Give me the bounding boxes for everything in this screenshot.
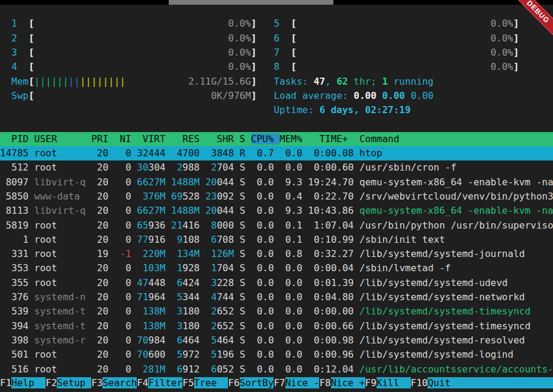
- fkey-f7[interactable]: F7Nice -: [274, 377, 319, 388]
- load-label: Load average:: [274, 90, 353, 101]
- fkey-f6[interactable]: F6SortBy: [228, 377, 274, 388]
- fkey-f10[interactable]: F10Quit: [411, 377, 553, 388]
- mem-percent: 0.0: [279, 291, 303, 303]
- fkey-f9[interactable]: F9Kill: [365, 377, 411, 388]
- state: S: [240, 176, 246, 188]
- pid: 353: [0, 262, 28, 274]
- mem-percent: 0.0: [279, 306, 303, 317]
- process-row-512[interactable]: 512 root 20 0 30304 2988 2704 S 0.0 0.0 …: [0, 160, 553, 175]
- cpu-meter-value: 0.0%: [228, 18, 251, 29]
- mem-percent: 0.0: [279, 162, 303, 173]
- fkey-f8[interactable]: F8Nice +: [319, 377, 365, 388]
- priority: 20: [91, 176, 108, 188]
- fkey-f4[interactable]: F4Filter: [137, 377, 182, 388]
- mem-percent: 9.3: [279, 205, 303, 216]
- nice: 0: [126, 364, 131, 375]
- cpu-percent: 0.0: [251, 191, 274, 202]
- load-5min: 0.00: [382, 90, 410, 101]
- user: root: [34, 364, 86, 375]
- pid: 376: [0, 291, 28, 303]
- cpu-label: 8: [274, 61, 279, 72]
- process-row-516[interactable]: 516 root 20 0 281M 6912 6052 S 0.0 0.0 0…: [0, 362, 553, 377]
- window-drag-handle[interactable]: [169, 0, 333, 5]
- command: /lib/systemd/systemd-networkd: [359, 291, 553, 303]
- uptime-row: Uptime: 6 days, 02:27:19: [0, 103, 553, 117]
- command: /srv/webvirtcloud/venv/bin/python3: [359, 191, 553, 202]
- priority: 20: [91, 205, 108, 216]
- fkey-label: Nice -: [285, 377, 320, 388]
- process-row-394[interactable]: 394 systemd-t 20 0 138M 3180 2652 S 0.0 …: [0, 319, 553, 333]
- command: /lib/systemd/systemd-journald: [359, 248, 553, 259]
- cpu-percent: 0.0: [251, 364, 274, 375]
- process-row-8113[interactable]: 8113 libvirt-q 20 0 6627M 1488M 20044 S …: [0, 204, 553, 218]
- mem-bar-buffers: ||: [69, 76, 80, 87]
- state: S: [240, 234, 246, 245]
- priority: 20: [91, 349, 108, 360]
- table-header-row[interactable]: PID USER PRI NI VIRT RES SHR S CPU% MEM%…: [0, 132, 553, 146]
- command: /lib/systemd/systemd-logind: [359, 349, 553, 360]
- process-row-331[interactable]: 331 root 19 -1 220M 134M 126M S 0.0 0.8 …: [0, 247, 553, 261]
- fkey-label: Tree: [194, 377, 229, 388]
- nice: 0: [126, 162, 131, 173]
- user: root: [34, 147, 86, 159]
- state: S: [240, 277, 246, 288]
- process-row-353[interactable]: 353 root 20 0 103M 1928 1704 S 0.0 0.0 0…: [0, 261, 553, 275]
- fkey-f3[interactable]: F3Search: [91, 377, 137, 388]
- priority: 20: [91, 364, 108, 375]
- fkey-f1[interactable]: F1Help: [0, 377, 46, 388]
- fkey-f2[interactable]: F2Setup: [46, 377, 91, 388]
- process-row-376[interactable]: 376 systemd-n 20 0 71964 5344 4744 S 0.0…: [0, 290, 553, 304]
- time: 0:01.39: [308, 277, 353, 288]
- window-top-strip: [0, 0, 553, 5]
- fkey-label: Nice +: [331, 377, 365, 388]
- fkey-f5[interactable]: F5Tree: [182, 377, 228, 388]
- priority: 20: [91, 320, 108, 332]
- swp-label: Swp: [11, 90, 28, 101]
- process-row-5819[interactable]: 5819 root 20 0 65936 21416 8000 S 0.0 0.…: [0, 219, 553, 233]
- process-row-8097[interactable]: 8097 libvirt-q 20 0 6627M 1488M 20044 S …: [0, 175, 553, 189]
- nice: -1: [120, 248, 131, 259]
- nice: 0: [126, 205, 131, 216]
- nice: 0: [126, 335, 131, 346]
- cpu-percent: 0.0: [251, 349, 274, 360]
- fkey-number: F10: [411, 377, 428, 388]
- process-row-1[interactable]: 1 root 20 0 77916 9108 6708 S 0.0 0.1 0:…: [0, 233, 553, 247]
- cpu-percent: 0.0: [251, 320, 274, 332]
- cpu-meter-row-3: 3 [ 0.0%] 7 [ 0.0%]: [0, 46, 553, 60]
- mem-percent: 0.0: [279, 335, 303, 346]
- mem-percent: 0.1: [279, 220, 303, 231]
- meter-close-bracket: ]: [251, 18, 257, 29]
- meter-close-bracket: ]: [251, 33, 257, 44]
- cpu-meter-value: 0.0%: [490, 61, 513, 72]
- fkey-number: F7: [274, 377, 285, 388]
- meter-open-bracket: [: [291, 47, 297, 58]
- meter-open-bracket: [: [291, 61, 297, 72]
- time: 0:00.04: [308, 262, 353, 274]
- tasks-label: Tasks:: [274, 76, 313, 87]
- cpu-meter-row-1: 1 [ 0.0%] 5 [ 0.0%]: [0, 17, 553, 31]
- pid: 1: [0, 234, 28, 245]
- process-row-398[interactable]: 398 systemd-r 20 0 70984 6464 5464 S 0.0…: [0, 333, 553, 348]
- state: S: [240, 335, 246, 346]
- memory-meter-row: Mem[|||||||||||||||| 2.11G/15.6G] Tasks:…: [0, 75, 553, 89]
- fkey-label: Setup: [57, 377, 91, 388]
- cpu-meter-value: 0.0%: [228, 61, 251, 72]
- user: root: [34, 248, 86, 259]
- time: 0:00.66: [308, 320, 353, 332]
- process-row-14785[interactable]: 14785 root 20 0 32444 4700 3848 R 0.7 0.…: [0, 146, 553, 160]
- mem-percent: 9.3: [279, 176, 303, 188]
- priority: 19: [91, 248, 108, 259]
- mem-percent: 0.0: [279, 147, 303, 159]
- time: 1:07.04: [308, 220, 353, 231]
- time: 0:00.08: [308, 147, 353, 159]
- process-row-355[interactable]: 355 root 20 0 47448 6424 3228 S 0.0 0.0 …: [0, 276, 553, 290]
- priority: 20: [91, 262, 108, 274]
- pid: 8113: [0, 205, 28, 216]
- priority: 20: [91, 335, 108, 346]
- process-row-539[interactable]: 539 systemd-t 20 0 138M 3180 2652 S 0.0 …: [0, 304, 553, 319]
- process-row-5850[interactable]: 5850 www-data 20 0 376M 69528 23092 S 0.…: [0, 189, 553, 204]
- fkey-number: F8: [319, 377, 330, 388]
- process-row-501[interactable]: 501 root 20 0 70600 5972 5196 S 0.0 0.0 …: [0, 348, 553, 362]
- command: /usr/bin/python /usr/bin/superviso: [359, 220, 553, 231]
- cpu-label: 2: [11, 33, 17, 44]
